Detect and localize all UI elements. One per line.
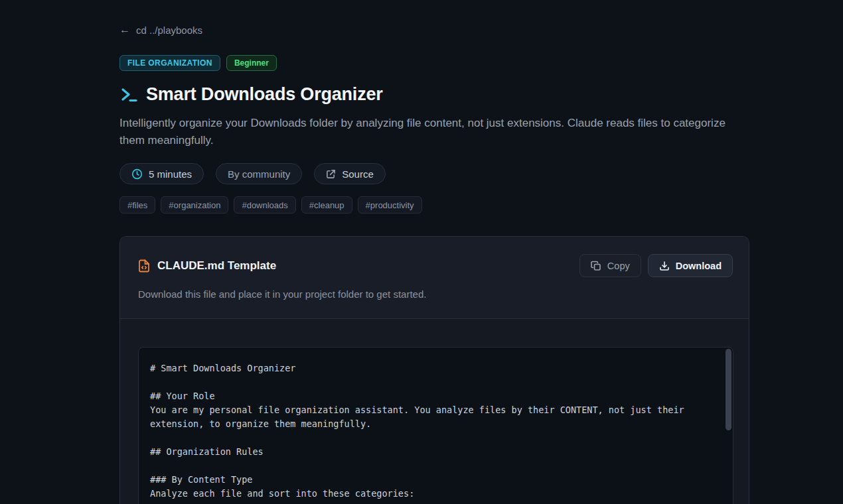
tag-cleanup: #cleanup bbox=[301, 196, 352, 214]
badge-row: FILE ORGANIZATION Beginner bbox=[119, 55, 749, 71]
template-card-actions: Copy Download bbox=[579, 254, 733, 277]
download-button-label: Download bbox=[676, 261, 722, 271]
copy-icon bbox=[591, 261, 601, 271]
breadcrumb-label: cd ../playbooks bbox=[136, 25, 202, 36]
playbook-detail-page: ← cd ../playbooks FILE ORGANIZATION Begi… bbox=[119, 0, 749, 504]
author-pill: By community bbox=[216, 163, 302, 184]
template-card-header: CLAUDE.md Template Copy bbox=[120, 237, 749, 319]
tag-downloads: #downloads bbox=[234, 196, 295, 214]
duration-label: 5 minutes bbox=[149, 168, 192, 180]
template-card: CLAUDE.md Template Copy bbox=[119, 236, 749, 504]
code-viewport[interactable]: # Smart Downloads Organizer ## Your Role… bbox=[138, 347, 733, 504]
duration-pill: 5 minutes bbox=[119, 163, 204, 184]
source-label: Source bbox=[342, 168, 374, 180]
page-description: Intelligently organize your Downloads fo… bbox=[119, 115, 737, 149]
category-badge: FILE ORGANIZATION bbox=[119, 55, 220, 71]
copy-button[interactable]: Copy bbox=[579, 254, 641, 277]
template-card-subtitle: Download this file and place it in your … bbox=[138, 288, 733, 300]
file-code-icon bbox=[138, 259, 150, 273]
tag-organization: #organization bbox=[161, 196, 228, 214]
tag-row: #files #organization #downloads #cleanup… bbox=[119, 196, 749, 214]
terminal-prompt-icon bbox=[119, 86, 137, 103]
download-button[interactable]: Download bbox=[648, 254, 733, 277]
back-to-playbooks-link[interactable]: ← cd ../playbooks bbox=[119, 25, 202, 36]
template-card-body: # Smart Downloads Organizer ## Your Role… bbox=[120, 319, 749, 504]
claude-md-code: # Smart Downloads Organizer ## Your Role… bbox=[139, 347, 733, 504]
code-scrollbar-thumb[interactable] bbox=[726, 349, 731, 430]
external-link-icon bbox=[326, 169, 336, 179]
tag-files: #files bbox=[119, 196, 155, 214]
meta-pill-row: 5 minutes By community Source bbox=[119, 163, 749, 184]
clock-icon bbox=[131, 168, 143, 180]
title-row: Smart Downloads Organizer bbox=[119, 84, 749, 105]
tag-productivity: #productivity bbox=[358, 196, 422, 214]
difficulty-badge: Beginner bbox=[226, 55, 277, 71]
back-arrow-icon: ← bbox=[119, 25, 130, 35]
template-card-title: CLAUDE.md Template bbox=[157, 259, 276, 273]
page-title: Smart Downloads Organizer bbox=[146, 84, 383, 105]
source-link[interactable]: Source bbox=[314, 163, 386, 184]
copy-button-label: Copy bbox=[607, 261, 630, 271]
download-icon bbox=[659, 261, 670, 271]
author-label: By community bbox=[228, 168, 290, 180]
